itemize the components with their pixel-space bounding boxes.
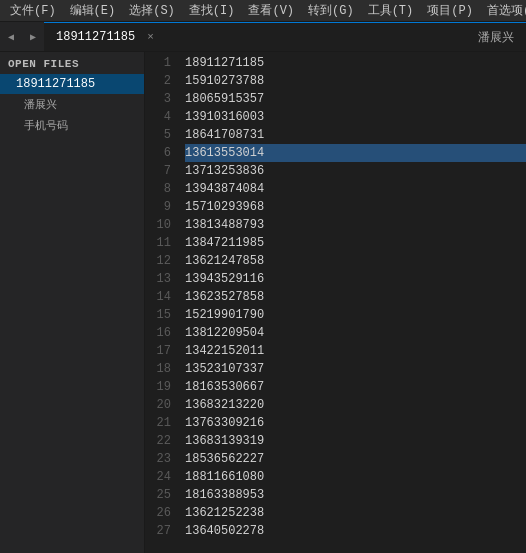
line-number: 18 bbox=[145, 360, 171, 378]
line-number: 9 bbox=[145, 198, 171, 216]
tab-close-button[interactable]: × bbox=[147, 31, 154, 43]
code-line: 18163388953 bbox=[185, 486, 526, 504]
code-line: 15219901790 bbox=[185, 306, 526, 324]
line-number: 4 bbox=[145, 108, 171, 126]
code-line: 18811661080 bbox=[185, 468, 526, 486]
sidebar-item-file[interactable]: 18911271185 bbox=[0, 74, 144, 94]
line-number: 11 bbox=[145, 234, 171, 252]
main-layout: OPEN FILES 18911271185 潘展兴 手机号码 12345678… bbox=[0, 52, 526, 553]
line-number: 21 bbox=[145, 414, 171, 432]
line-number: 16 bbox=[145, 324, 171, 342]
code-line: 13910316003 bbox=[185, 108, 526, 126]
line-number: 19 bbox=[145, 378, 171, 396]
line-number: 12 bbox=[145, 252, 171, 270]
code-line: 13763309216 bbox=[185, 414, 526, 432]
editor-content: 1234567891011121314151617181920212223242… bbox=[145, 52, 526, 553]
menu-edit[interactable]: 编辑(E) bbox=[64, 0, 122, 21]
code-line: 18065915357 bbox=[185, 90, 526, 108]
line-number: 15 bbox=[145, 306, 171, 324]
line-number: 27 bbox=[145, 522, 171, 540]
code-line: 13683139319 bbox=[185, 432, 526, 450]
line-number: 3 bbox=[145, 90, 171, 108]
line-number: 25 bbox=[145, 486, 171, 504]
menu-file[interactable]: 文件(F) bbox=[4, 0, 62, 21]
code-line: 13613553014 bbox=[185, 144, 526, 162]
menu-select[interactable]: 选择(S) bbox=[123, 0, 181, 21]
tab-next-button[interactable]: ▶ bbox=[22, 22, 44, 51]
line-number: 7 bbox=[145, 162, 171, 180]
line-number: 13 bbox=[145, 270, 171, 288]
code-line: 13621252238 bbox=[185, 504, 526, 522]
code-line: 13812209504 bbox=[185, 324, 526, 342]
code-line: 13422152011 bbox=[185, 342, 526, 360]
code-line: 18641708731 bbox=[185, 126, 526, 144]
sidebar-item-name[interactable]: 潘展兴 bbox=[0, 94, 144, 115]
line-number: 6 bbox=[145, 144, 171, 162]
menu-tools[interactable]: 工具(T) bbox=[362, 0, 420, 21]
line-number: 14 bbox=[145, 288, 171, 306]
menu-find[interactable]: 查找(I) bbox=[183, 0, 241, 21]
line-number: 20 bbox=[145, 396, 171, 414]
code-area[interactable]: 1891127118515910273788180659153571391031… bbox=[177, 52, 526, 553]
menu-goto[interactable]: 转到(G) bbox=[302, 0, 360, 21]
line-number: 5 bbox=[145, 126, 171, 144]
code-line: 13623527858 bbox=[185, 288, 526, 306]
line-number: 10 bbox=[145, 216, 171, 234]
menu-project[interactable]: 项目(P) bbox=[421, 0, 479, 21]
line-number: 26 bbox=[145, 504, 171, 522]
code-line: 15910273788 bbox=[185, 72, 526, 90]
code-line: 13713253836 bbox=[185, 162, 526, 180]
code-line: 18911271185 bbox=[185, 54, 526, 72]
tabbar: ◀ ▶ 18911271185 × 潘展兴 bbox=[0, 22, 526, 52]
code-line: 15710293968 bbox=[185, 198, 526, 216]
code-line: 18163530667 bbox=[185, 378, 526, 396]
code-line: 18536562227 bbox=[185, 450, 526, 468]
code-line: 13847211985 bbox=[185, 234, 526, 252]
code-line: 13943874084 bbox=[185, 180, 526, 198]
sidebar-item-phone[interactable]: 手机号码 bbox=[0, 115, 144, 136]
line-number: 1 bbox=[145, 54, 171, 72]
code-line: 13523107337 bbox=[185, 360, 526, 378]
menu-prefs[interactable]: 首选项(N) bbox=[481, 0, 526, 21]
code-line: 13621247858 bbox=[185, 252, 526, 270]
editor-area: 1234567891011121314151617181920212223242… bbox=[145, 52, 526, 553]
line-numbers: 1234567891011121314151617181920212223242… bbox=[145, 52, 177, 553]
line-number: 2 bbox=[145, 72, 171, 90]
menubar: 文件(F) 编辑(E) 选择(S) 查找(I) 查看(V) 转到(G) 工具(T… bbox=[0, 0, 526, 22]
code-line: 13943529116 bbox=[185, 270, 526, 288]
active-tab[interactable]: 18911271185 × 潘展兴 bbox=[44, 22, 526, 51]
tab-prev-button[interactable]: ◀ bbox=[0, 22, 22, 51]
code-line: 13683213220 bbox=[185, 396, 526, 414]
line-number: 22 bbox=[145, 432, 171, 450]
line-number: 17 bbox=[145, 342, 171, 360]
menu-view[interactable]: 查看(V) bbox=[242, 0, 300, 21]
line-number: 24 bbox=[145, 468, 171, 486]
sidebar-section-title: OPEN FILES bbox=[0, 52, 144, 74]
sidebar: OPEN FILES 18911271185 潘展兴 手机号码 bbox=[0, 52, 145, 553]
code-line: 13640502278 bbox=[185, 522, 526, 540]
tab-filename: 18911271185 bbox=[56, 30, 135, 44]
tab-right-label: 潘展兴 bbox=[478, 29, 514, 46]
line-number: 8 bbox=[145, 180, 171, 198]
line-number: 23 bbox=[145, 450, 171, 468]
code-line: 13813488793 bbox=[185, 216, 526, 234]
